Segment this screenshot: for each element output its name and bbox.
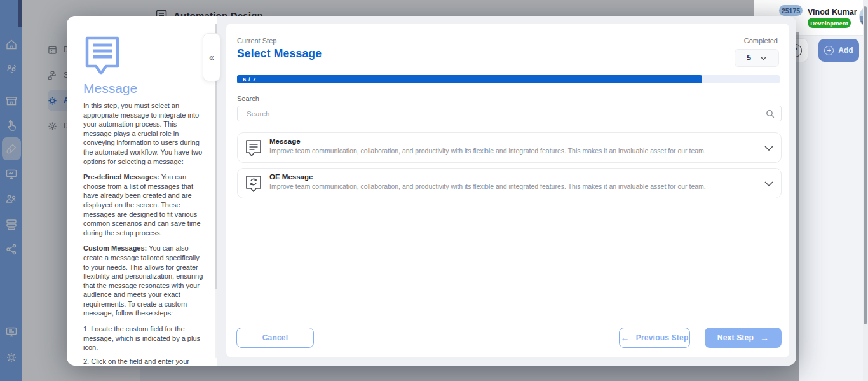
progress-bar: 6 / 7 (237, 75, 780, 83)
add-button-label: Add (838, 46, 853, 55)
next-step-button[interactable]: Next Step → (705, 328, 782, 348)
option-description: Improve team communication, collaboratio… (269, 147, 727, 155)
collapse-panel-button[interactable]: « (203, 33, 220, 81)
help-step-2: 2. Click on the field and enter your des… (83, 357, 204, 366)
help-custom: Custom Messages: You can also create a m… (83, 244, 204, 318)
help-panel-body: In this step, you must select an appropr… (83, 101, 204, 366)
user-role-badge: Development (808, 18, 851, 28)
current-step-label: Current Step (237, 37, 276, 45)
option-card-oe-message[interactable]: OE Message Improve team communication, c… (237, 168, 782, 198)
user-name: Vinod Kumar (808, 8, 857, 17)
search-input[interactable] (247, 106, 755, 121)
search-field (237, 106, 782, 121)
previous-step-label: Previous Step (636, 333, 689, 342)
select-message-modal: Message In this step, you must select an… (67, 16, 796, 366)
chevron-down-icon (760, 56, 767, 60)
option-description: Improve team communication, collaboratio… (269, 183, 727, 190)
option-title: Message (269, 137, 301, 145)
option-title: OE Message (269, 173, 313, 181)
arrow-left-icon: ← (621, 333, 630, 343)
next-step-label: Next Step (717, 333, 754, 342)
user-score-badge: 25175 (779, 5, 803, 16)
screen: OneE Automation Design 25175 Vinod Kumar… (0, 0, 868, 381)
message-option-icon (245, 139, 262, 157)
oe-message-option-icon (245, 175, 262, 193)
arrow-right-icon: → (760, 333, 769, 343)
help-predefined: Pre-defined Messages: You can choose fro… (83, 172, 204, 237)
help-step-1: 1. Locate the custom field for the messa… (83, 324, 204, 352)
plus-circle-icon: + (824, 46, 834, 55)
search-label: Search (237, 95, 259, 102)
step-title: Select Message (237, 47, 322, 60)
help-panel-title: Message (83, 81, 137, 96)
previous-step-button[interactable]: ← Previous Step (619, 328, 690, 348)
cancel-button[interactable]: Cancel (236, 328, 314, 348)
option-card-message[interactable]: Message Improve team communication, coll… (237, 132, 782, 163)
progress-label: 6 / 7 (237, 76, 256, 83)
progress-fill: 6 / 7 (237, 75, 702, 83)
completed-label: Completed (744, 37, 778, 45)
message-bubble-icon (85, 36, 120, 76)
modal-step-panel: Current Step Select Message Completed 5 … (226, 23, 790, 358)
help-intro: In this step, you must select an appropr… (83, 101, 204, 166)
chevron-down-icon[interactable] (764, 179, 773, 188)
chevron-double-left-icon: « (209, 52, 214, 62)
completed-dropdown[interactable]: 5 (735, 49, 779, 67)
modal-help-panel: Message In this step, you must select an… (67, 16, 217, 366)
cancel-label: Cancel (262, 333, 288, 342)
chevron-down-icon[interactable] (764, 144, 773, 153)
window-scrollbar-thumb[interactable] (864, 6, 867, 324)
add-button[interactable]: + Add (818, 39, 859, 62)
completed-value: 5 (747, 53, 751, 62)
search-icon[interactable] (766, 109, 775, 118)
content-right-area (799, 36, 868, 381)
